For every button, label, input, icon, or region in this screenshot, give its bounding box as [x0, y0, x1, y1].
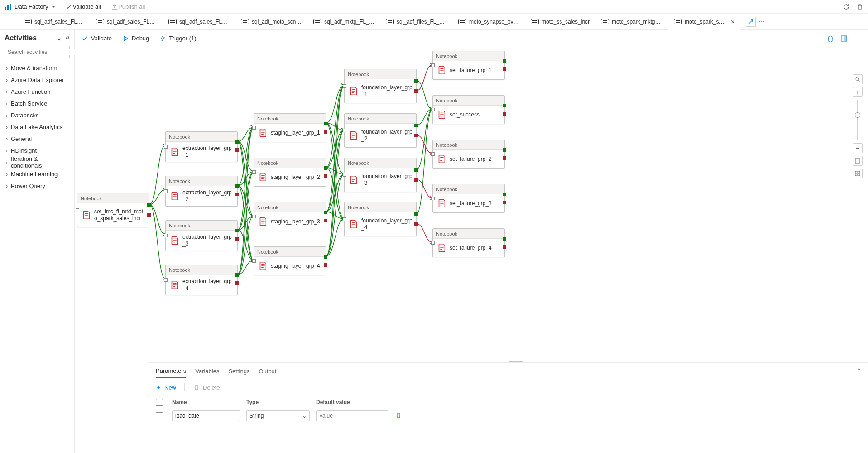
- validate-button[interactable]: Validate: [81, 35, 112, 42]
- activity-category[interactable]: ›General: [5, 133, 70, 145]
- validate-all-button[interactable]: Validate all: [65, 3, 101, 10]
- tab-4[interactable]: sql_adf_mktg_FL_04...: [308, 14, 380, 29]
- tab-0[interactable]: sql_adf_sales_FL_04...: [18, 14, 91, 29]
- zoom-in-button[interactable]: +: [853, 87, 863, 97]
- activity-node[interactable]: Notebookset_fmc_fl_mtd_moto_spark_sales_…: [77, 193, 149, 227]
- node-type-label: Notebook: [345, 69, 416, 79]
- new-parameter-button[interactable]: ＋New: [156, 383, 176, 391]
- properties-icon[interactable]: [840, 34, 848, 43]
- activity-category[interactable]: ›Batch Service: [5, 97, 70, 109]
- chevron-expand-icon[interactable]: ⌄: [56, 34, 62, 42]
- search-canvas-icon[interactable]: [853, 74, 863, 84]
- brand-dropdown[interactable]: Data Factory: [5, 3, 55, 10]
- pipeline-icon: [313, 19, 321, 24]
- node-title: set_failure_grp_1: [450, 67, 492, 74]
- minimap-button[interactable]: [853, 169, 863, 178]
- param-type-select[interactable]: String⌄: [246, 410, 310, 421]
- activities-search-input[interactable]: [8, 49, 76, 55]
- activity-node[interactable]: Notebookset_success: [432, 95, 505, 124]
- activity-category[interactable]: ›HDInsight: [5, 145, 70, 156]
- tab-6[interactable]: moto_synapse_bv_i...: [453, 14, 525, 29]
- tab-2[interactable]: sql_adf_sales_FL_01...: [163, 14, 235, 29]
- activity-node[interactable]: Notebookfoundation_layer_grp_3: [344, 158, 417, 192]
- splitter-handle[interactable]: [509, 361, 523, 362]
- pipeline-icon: [386, 19, 394, 24]
- tab-variables[interactable]: Variables: [195, 365, 219, 377]
- delete-row-button[interactable]: [395, 412, 402, 420]
- activity-category[interactable]: ›Iteration & conditionals: [5, 156, 70, 168]
- activity-node[interactable]: Notebookstaging_layer_grp_2: [254, 158, 326, 187]
- tab-output[interactable]: Output: [259, 365, 276, 377]
- success-edge[interactable]: [238, 127, 254, 275]
- tab-7[interactable]: moto_ss_sales_incr: [525, 14, 595, 29]
- refresh-icon[interactable]: [843, 3, 850, 10]
- row-checkbox[interactable]: [156, 412, 163, 419]
- zoom-thumb[interactable]: [855, 112, 860, 118]
- trigger-button[interactable]: Trigger (1): [159, 35, 196, 42]
- activity-node[interactable]: Notebookfoundation_layer_grp_4: [344, 202, 417, 236]
- expand-panel-icon[interactable]: ⌃: [856, 367, 862, 375]
- debug-button[interactable]: Debug: [122, 35, 149, 42]
- activity-node[interactable]: Notebookextraction_layer_grp_2: [165, 176, 238, 207]
- expand-diagonal-button[interactable]: [746, 17, 756, 27]
- activities-search[interactable]: [5, 46, 70, 58]
- activity-node[interactable]: Notebookfoundation_layer_grp_2: [344, 113, 417, 148]
- param-name-input[interactable]: [172, 410, 240, 421]
- activity-node[interactable]: Notebookstaging_layer_grp_3: [254, 202, 326, 231]
- node-title: set_failure_grp_4: [450, 245, 492, 251]
- close-icon[interactable]: ×: [731, 18, 734, 25]
- activity-category[interactable]: ›Machine Learning: [5, 168, 70, 180]
- tab-parameters[interactable]: Parameters: [156, 365, 186, 378]
- code-view-icon[interactable]: { }: [826, 34, 834, 43]
- failure-edge[interactable]: [417, 179, 432, 198]
- toolbar-more-icon[interactable]: ···: [854, 34, 862, 43]
- activity-node[interactable]: Notebookfoundation_layer_grp_1: [344, 69, 417, 103]
- activity-node[interactable]: Notebookstaging_layer_grp_4: [254, 246, 326, 275]
- pipeline-icon: [458, 19, 466, 24]
- tab-9[interactable]: moto_spark_sales_i...×: [668, 14, 740, 30]
- failure-edge[interactable]: [417, 65, 432, 91]
- activity-category[interactable]: ›Data Lake Analytics: [5, 121, 70, 133]
- tab-5[interactable]: sql_adf_files_FL_04...: [380, 14, 453, 29]
- fit-screen-button[interactable]: [853, 156, 863, 166]
- more-icon[interactable]: ···: [756, 18, 767, 26]
- activity-category[interactable]: ›Power Query: [5, 180, 70, 192]
- notebook-icon: [169, 191, 179, 201]
- success-edge[interactable]: [149, 145, 165, 205]
- tab-8[interactable]: moto_spark_mktg_i...: [595, 14, 668, 29]
- activity-node[interactable]: Notebookset_failure_grp_1: [432, 51, 505, 80]
- success-edge[interactable]: [149, 205, 165, 234]
- activity-node[interactable]: Notebookset_failure_grp_4: [432, 228, 505, 257]
- notebook-icon: [258, 128, 268, 138]
- notebook-icon: [436, 65, 446, 75]
- activity-node[interactable]: Notebookset_failure_grp_2: [432, 140, 505, 169]
- tab-settings[interactable]: Settings: [228, 365, 249, 377]
- collapse-sidebar-icon[interactable]: «: [66, 34, 70, 42]
- success-edge[interactable]: [417, 81, 432, 109]
- tab-3[interactable]: sql_adf_moto_scn0...: [235, 14, 308, 29]
- node-type-label: Notebook: [433, 96, 504, 106]
- activity-category[interactable]: ›Move & transform: [5, 62, 70, 74]
- activity-node[interactable]: Notebookset_failure_grp_3: [432, 184, 505, 213]
- param-value-input[interactable]: [316, 410, 388, 421]
- node-title: extraction_layer_grp_3: [182, 234, 234, 247]
- bottom-panel: Parameters Variables Settings Output ⌃ ＋…: [149, 362, 868, 453]
- activity-category[interactable]: ›Azure Function: [5, 86, 70, 97]
- activity-node[interactable]: Notebookextraction_layer_grp_1: [165, 131, 238, 162]
- zoom-out-button[interactable]: −: [853, 143, 863, 153]
- success-edge[interactable]: [326, 86, 344, 256]
- failure-edge[interactable]: [417, 224, 432, 242]
- tab-1[interactable]: sql_adf_sales_FL_04...: [91, 14, 163, 29]
- success-edge[interactable]: [149, 205, 165, 279]
- activity-category[interactable]: ›Azure Data Explorer: [5, 74, 70, 86]
- delete-icon[interactable]: [856, 3, 863, 10]
- col-name: Name: [172, 399, 240, 405]
- activity-category[interactable]: ›Databricks: [5, 109, 70, 121]
- success-edge[interactable]: [417, 109, 432, 214]
- zoom-slider[interactable]: [857, 100, 858, 140]
- activity-node[interactable]: Notebookextraction_layer_grp_4: [165, 265, 238, 295]
- select-all-checkbox[interactable]: [156, 399, 163, 406]
- activity-node[interactable]: Notebookextraction_layer_grp_3: [165, 220, 238, 251]
- notebook-icon: [348, 219, 358, 229]
- activity-node[interactable]: Notebookstaging_layer_grp_1: [254, 113, 326, 142]
